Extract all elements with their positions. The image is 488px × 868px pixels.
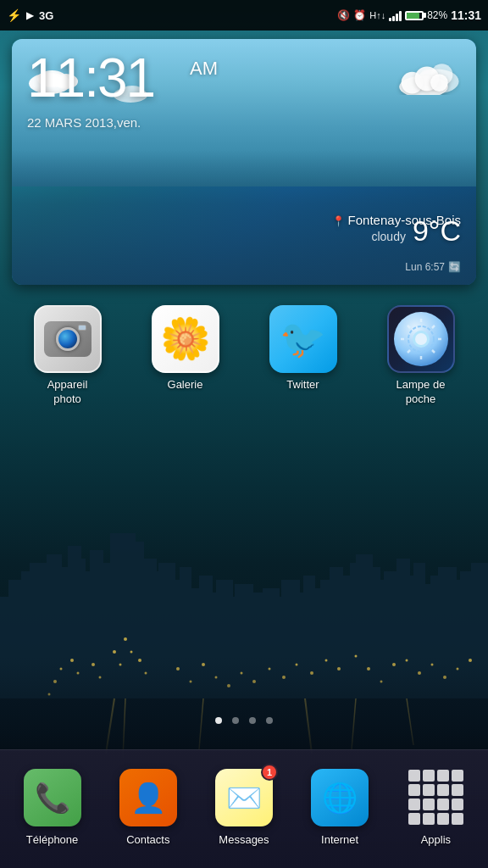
widget-ampm: AM — [190, 58, 218, 80]
camera-label: Appareilphoto — [47, 378, 88, 407]
svg-line-108 — [408, 350, 410, 353]
svg-point-59 — [124, 637, 127, 641]
signal-bars — [389, 9, 402, 21]
svg-line-110 — [408, 326, 410, 328]
app-torch[interactable]: Lampe depoche — [374, 305, 468, 407]
dock-messages[interactable]: ✉️ 1 Messages — [202, 769, 286, 846]
usb-icon: ⚡ — [7, 8, 21, 22]
svg-line-104 — [432, 326, 435, 328]
dock-contacts-label: Contacts — [126, 833, 169, 846]
contacts-symbol: 👤 — [130, 781, 166, 815]
page-dot-4[interactable] — [266, 717, 273, 724]
camera-lens — [56, 327, 80, 351]
widget-sunrise: Lun 6:57 🔄 — [405, 261, 461, 273]
page-dot-2[interactable] — [232, 717, 239, 724]
app-gallery[interactable]: 🌼 Galerie — [139, 305, 232, 407]
svg-point-100 — [430, 74, 448, 92]
apps-icon — [407, 769, 464, 826]
page-dot-3[interactable] — [249, 717, 256, 724]
play-icon: ▶ — [26, 9, 34, 21]
widget-time: 11:31 — [27, 51, 154, 105]
twitter-label: Twitter — [286, 378, 319, 392]
svg-point-57 — [113, 650, 116, 654]
page-dots — [0, 717, 488, 724]
refresh-icon: 🔄 — [448, 261, 461, 273]
messages-badge: 1 — [261, 764, 278, 781]
torch-icon — [387, 305, 455, 373]
torch-circle — [394, 312, 448, 366]
phone-icon: 📞 — [24, 769, 81, 826]
app-camera[interactable]: Appareilphoto — [21, 305, 114, 407]
gallery-flower: 🌼 — [155, 309, 216, 370]
app-icons-container: Appareilphoto 🌼 Galerie 🐦 Twitter — [0, 305, 488, 407]
dock-apps-label: Applis — [421, 833, 451, 846]
sunrise-label: Lun 6:57 — [405, 261, 445, 273]
gallery-label: Galerie — [168, 378, 203, 392]
svg-line-106 — [432, 350, 435, 353]
status-time: 11:31 — [451, 8, 481, 22]
widget-cloud-icon — [393, 54, 461, 97]
3g-label: 3G — [39, 9, 53, 22]
twitter-icon: 🐦 — [269, 305, 337, 373]
gallery-icon: 🌼 — [152, 305, 219, 373]
dock-internet-label: Internet — [321, 833, 358, 846]
contacts-icon: 👤 — [119, 769, 177, 826]
page-dot-1[interactable] — [215, 717, 222, 724]
dock-internet[interactable]: 🌐 Internet — [297, 769, 382, 846]
internet-icon: 🌐 — [311, 769, 369, 826]
messages-icon: ✉️ 1 — [215, 769, 273, 826]
widget-temp: 9°C — [413, 214, 461, 248]
weather-widget[interactable]: 11:31 AM 22 MARS 2013,ven. Fontenay-sous… — [12, 39, 476, 285]
status-left-icons: ⚡ ▶ 3G — [7, 8, 53, 22]
status-bar: ⚡ ▶ 3G 🔇 ⏰ H↑↓ 82% 11:31 — [0, 0, 488, 31]
camera-icon — [34, 305, 102, 373]
dock: 📞 Téléphone 👤 Contacts ✉️ 1 Messages 🌐 I… — [0, 749, 488, 868]
widget-weather-desc: cloudy — [371, 230, 405, 243]
dock-phone[interactable]: 📞 Téléphone — [10, 769, 95, 846]
messages-symbol: ✉️ — [226, 781, 262, 815]
widget-date: 22 MARS 2013,ven. — [27, 115, 141, 130]
status-right-icons: 🔇 ⏰ H↑↓ 82% 11:31 — [337, 8, 481, 22]
data-icon: H↑↓ — [369, 10, 385, 20]
alarm-icon: ⏰ — [353, 9, 366, 21]
torch-label: Lampe depoche — [396, 378, 446, 407]
dock-messages-label: Messages — [219, 833, 269, 846]
mute-icon: 🔇 — [337, 9, 350, 21]
battery-icon — [405, 11, 424, 20]
apps-grid-icon — [408, 770, 463, 825]
svg-point-60 — [130, 651, 133, 654]
dock-phone-label: Téléphone — [26, 833, 78, 846]
camera-viewfinder — [78, 325, 86, 331]
cityscape — [0, 529, 488, 766]
dock-apps[interactable]: Applis — [393, 769, 478, 846]
svg-point-102 — [415, 333, 427, 345]
internet-symbol: 🌐 — [322, 781, 358, 815]
battery-percent: 82% — [427, 9, 447, 21]
dock-contacts[interactable]: 👤 Contacts — [106, 769, 191, 846]
camera-body — [44, 321, 92, 357]
phone-symbol: 📞 — [35, 781, 70, 815]
app-twitter[interactable]: 🐦 Twitter — [257, 305, 350, 407]
twitter-bird-icon: 🐦 — [280, 317, 326, 361]
